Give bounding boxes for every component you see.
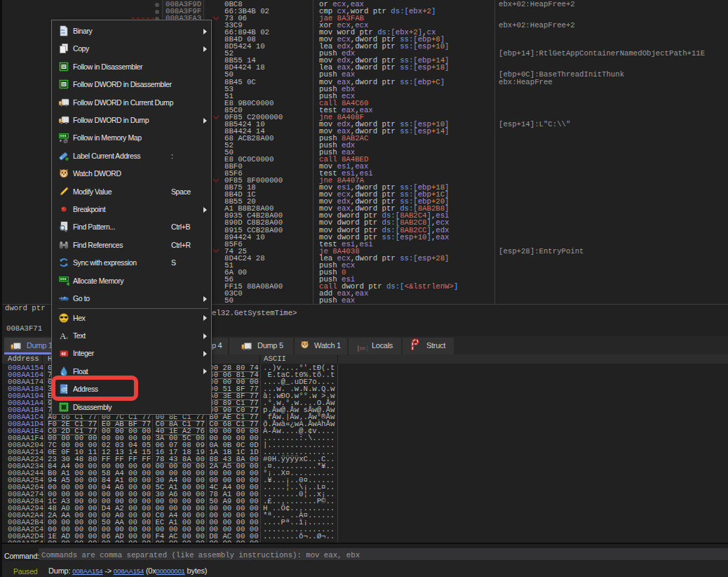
svg-text:=|: =| [362,345,368,352]
svg-text:10: 10 [61,31,65,34]
svg-text:42: 42 [61,352,66,356]
svg-text:a: a [66,335,68,340]
svg-text:32: 32 [62,65,66,69]
svg-text:@: @ [63,138,68,143]
svg-text:32: 32 [62,82,66,86]
